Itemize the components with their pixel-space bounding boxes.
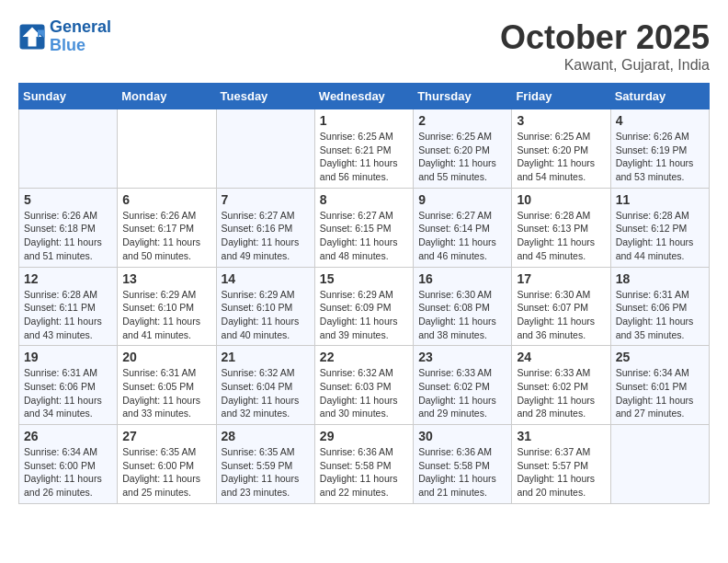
calendar-cell: 9Sunrise: 6:27 AM Sunset: 6:14 PM Daylig…	[414, 188, 512, 267]
weekday-header: Tuesday	[216, 84, 314, 109]
calendar-cell: 17Sunrise: 6:30 AM Sunset: 6:07 PM Dayli…	[512, 267, 610, 346]
day-number: 6	[122, 192, 210, 207]
day-info: Sunrise: 6:34 AM Sunset: 6:01 PM Dayligh…	[616, 366, 704, 420]
calendar-cell: 22Sunrise: 6:32 AM Sunset: 6:03 PM Dayli…	[314, 346, 413, 425]
calendar-cell: 23Sunrise: 6:33 AM Sunset: 6:02 PM Dayli…	[414, 346, 512, 425]
day-number: 28	[222, 429, 310, 443]
day-info: Sunrise: 6:31 AM Sunset: 6:06 PM Dayligh…	[24, 366, 112, 420]
day-info: Sunrise: 6:28 AM Sunset: 6:13 PM Dayligh…	[517, 209, 605, 263]
day-info: Sunrise: 6:32 AM Sunset: 6:03 PM Dayligh…	[320, 366, 408, 420]
day-number: 7	[222, 192, 310, 207]
day-number: 23	[418, 350, 506, 364]
calendar-header-row: SundayMondayTuesdayWednesdayThursdayFrid…	[19, 84, 710, 109]
weekday-header: Sunday	[19, 84, 118, 109]
day-number: 3	[517, 113, 605, 128]
day-info: Sunrise: 6:27 AM Sunset: 6:16 PM Dayligh…	[222, 209, 310, 263]
calendar-cell: 25Sunrise: 6:34 AM Sunset: 6:01 PM Dayli…	[610, 346, 709, 425]
calendar-cell: 4Sunrise: 6:26 AM Sunset: 6:19 PM Daylig…	[610, 109, 709, 189]
calendar-cell: 14Sunrise: 6:29 AM Sunset: 6:10 PM Dayli…	[216, 267, 314, 346]
calendar-cell: 15Sunrise: 6:29 AM Sunset: 6:09 PM Dayli…	[314, 267, 413, 346]
logo-icon	[18, 23, 46, 51]
day-info: Sunrise: 6:33 AM Sunset: 6:02 PM Dayligh…	[517, 366, 605, 420]
calendar-week-row: 1Sunrise: 6:25 AM Sunset: 6:21 PM Daylig…	[19, 109, 710, 189]
day-number: 15	[320, 271, 408, 286]
calendar-cell: 18Sunrise: 6:31 AM Sunset: 6:06 PM Dayli…	[610, 267, 709, 346]
day-number: 20	[122, 350, 210, 364]
day-number: 25	[616, 350, 704, 364]
calendar-cell: 21Sunrise: 6:32 AM Sunset: 6:04 PM Dayli…	[216, 346, 314, 425]
calendar-week-row: 19Sunrise: 6:31 AM Sunset: 6:06 PM Dayli…	[19, 346, 710, 425]
calendar-cell	[216, 109, 314, 189]
calendar-cell: 2Sunrise: 6:25 AM Sunset: 6:20 PM Daylig…	[414, 109, 512, 189]
month-title: October 2025	[500, 18, 710, 57]
day-number: 22	[320, 350, 408, 364]
day-info: Sunrise: 6:25 AM Sunset: 6:20 PM Dayligh…	[418, 130, 506, 184]
day-info: Sunrise: 6:35 AM Sunset: 6:00 PM Dayligh…	[122, 445, 210, 500]
day-number: 30	[418, 429, 506, 443]
day-number: 5	[24, 192, 112, 207]
day-number: 10	[517, 192, 605, 207]
day-info: Sunrise: 6:29 AM Sunset: 6:10 PM Dayligh…	[122, 288, 210, 342]
day-info: Sunrise: 6:36 AM Sunset: 5:58 PM Dayligh…	[418, 445, 506, 500]
page-header: General Blue October 2025 Kawant, Gujara…	[18, 18, 710, 74]
day-number: 21	[222, 350, 310, 364]
calendar-table: SundayMondayTuesdayWednesdayThursdayFrid…	[18, 83, 710, 504]
calendar-cell: 26Sunrise: 6:34 AM Sunset: 6:00 PM Dayli…	[19, 425, 118, 504]
calendar-week-row: 26Sunrise: 6:34 AM Sunset: 6:00 PM Dayli…	[19, 425, 710, 504]
calendar-cell: 7Sunrise: 6:27 AM Sunset: 6:16 PM Daylig…	[216, 188, 314, 267]
calendar-cell: 24Sunrise: 6:33 AM Sunset: 6:02 PM Dayli…	[512, 346, 610, 425]
calendar-cell: 5Sunrise: 6:26 AM Sunset: 6:18 PM Daylig…	[19, 188, 118, 267]
weekday-header: Friday	[512, 84, 610, 109]
day-number: 8	[320, 192, 408, 207]
day-info: Sunrise: 6:27 AM Sunset: 6:14 PM Dayligh…	[418, 209, 506, 263]
day-info: Sunrise: 6:28 AM Sunset: 6:12 PM Dayligh…	[616, 209, 704, 263]
calendar-cell	[610, 425, 709, 504]
calendar-cell: 1Sunrise: 6:25 AM Sunset: 6:21 PM Daylig…	[314, 109, 413, 189]
calendar-cell: 28Sunrise: 6:35 AM Sunset: 5:59 PM Dayli…	[216, 425, 314, 504]
day-number: 24	[517, 350, 605, 364]
day-number: 1	[320, 113, 408, 128]
day-info: Sunrise: 6:30 AM Sunset: 6:08 PM Dayligh…	[418, 288, 506, 342]
calendar-cell: 31Sunrise: 6:37 AM Sunset: 5:57 PM Dayli…	[512, 425, 610, 504]
day-info: Sunrise: 6:26 AM Sunset: 6:17 PM Dayligh…	[122, 209, 210, 263]
day-number: 16	[418, 271, 506, 286]
day-info: Sunrise: 6:25 AM Sunset: 6:20 PM Dayligh…	[517, 130, 605, 184]
day-number: 2	[418, 113, 506, 128]
calendar-cell: 11Sunrise: 6:28 AM Sunset: 6:12 PM Dayli…	[610, 188, 709, 267]
day-info: Sunrise: 6:29 AM Sunset: 6:10 PM Dayligh…	[222, 288, 310, 342]
calendar-cell	[19, 109, 118, 189]
logo: General Blue	[18, 18, 111, 55]
day-number: 31	[517, 429, 605, 443]
day-info: Sunrise: 6:26 AM Sunset: 6:18 PM Dayligh…	[24, 209, 112, 263]
calendar-body: 1Sunrise: 6:25 AM Sunset: 6:21 PM Daylig…	[19, 109, 710, 504]
day-info: Sunrise: 6:36 AM Sunset: 5:58 PM Dayligh…	[320, 445, 408, 500]
day-info: Sunrise: 6:35 AM Sunset: 5:59 PM Dayligh…	[222, 445, 310, 500]
day-number: 9	[418, 192, 506, 207]
calendar-cell: 13Sunrise: 6:29 AM Sunset: 6:10 PM Dayli…	[118, 267, 216, 346]
location: Kawant, Gujarat, India	[500, 57, 710, 74]
day-info: Sunrise: 6:26 AM Sunset: 6:19 PM Dayligh…	[616, 130, 704, 184]
day-info: Sunrise: 6:27 AM Sunset: 6:15 PM Dayligh…	[320, 209, 408, 263]
calendar-week-row: 5Sunrise: 6:26 AM Sunset: 6:18 PM Daylig…	[19, 188, 710, 267]
day-number: 12	[24, 271, 112, 286]
day-info: Sunrise: 6:30 AM Sunset: 6:07 PM Dayligh…	[517, 288, 605, 342]
day-number: 17	[517, 271, 605, 286]
calendar-cell	[118, 109, 216, 189]
day-info: Sunrise: 6:31 AM Sunset: 6:05 PM Dayligh…	[122, 366, 210, 420]
logo-line1: General	[50, 17, 111, 36]
day-info: Sunrise: 6:29 AM Sunset: 6:09 PM Dayligh…	[320, 288, 408, 342]
calendar-cell: 30Sunrise: 6:36 AM Sunset: 5:58 PM Dayli…	[414, 425, 512, 504]
calendar-cell: 12Sunrise: 6:28 AM Sunset: 6:11 PM Dayli…	[19, 267, 118, 346]
day-info: Sunrise: 6:25 AM Sunset: 6:21 PM Dayligh…	[320, 130, 408, 184]
day-number: 26	[24, 429, 112, 443]
calendar-cell: 20Sunrise: 6:31 AM Sunset: 6:05 PM Dayli…	[118, 346, 216, 425]
day-number: 11	[616, 192, 704, 207]
calendar-cell: 16Sunrise: 6:30 AM Sunset: 6:08 PM Dayli…	[414, 267, 512, 346]
day-number: 27	[122, 429, 210, 443]
calendar-cell: 8Sunrise: 6:27 AM Sunset: 6:15 PM Daylig…	[314, 188, 413, 267]
day-info: Sunrise: 6:33 AM Sunset: 6:02 PM Dayligh…	[418, 366, 506, 420]
day-info: Sunrise: 6:34 AM Sunset: 6:00 PM Dayligh…	[24, 445, 112, 500]
day-number: 4	[616, 113, 704, 128]
title-block: October 2025 Kawant, Gujarat, India	[500, 18, 710, 74]
day-number: 13	[122, 271, 210, 286]
